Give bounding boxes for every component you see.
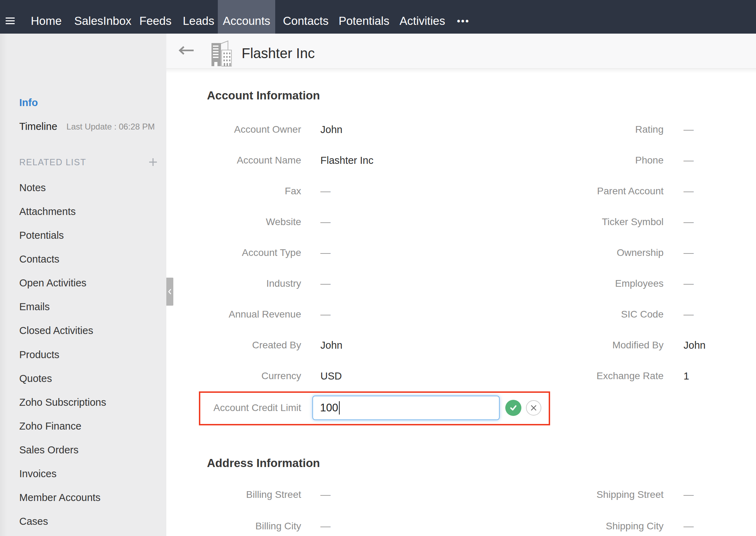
field-row: Currency USD Exchange Rate 1 — [0, 369, 756, 383]
field-row: Billing Street — Shipping Street — — [0, 488, 756, 502]
field-label: Phone — [559, 153, 664, 167]
back-arrow-icon[interactable] — [178, 46, 194, 55]
field-row: Website — Ticker Symbol — — [0, 215, 756, 229]
nav-item-accounts[interactable]: Accounts — [218, 0, 275, 34]
field-label: Parent Account — [559, 184, 664, 198]
field-label: Rating — [559, 123, 664, 137]
field-row: Account Type — Ownership — — [0, 246, 756, 260]
nav-item-activities[interactable]: Activities — [400, 0, 445, 34]
sidebar-item-zoho-subscriptions[interactable]: Zoho Subscriptions — [19, 395, 106, 409]
field-value[interactable]: 1 — [684, 369, 750, 383]
field-label: Fax — [196, 184, 301, 198]
field-label: Created By — [196, 338, 301, 352]
confirm-check-button[interactable] — [505, 400, 521, 416]
field-value[interactable]: — — [320, 184, 516, 198]
field-label: Currency — [196, 369, 301, 383]
field-value[interactable]: — — [684, 519, 750, 533]
field-value[interactable]: — — [320, 488, 516, 502]
field-value[interactable]: — — [684, 153, 750, 167]
nav-more-ellipsis-icon[interactable]: ••• — [457, 0, 470, 34]
account-credit-limit-input[interactable]: 100 — [312, 396, 500, 420]
account-building-icon — [209, 40, 234, 69]
field-row: Account Name Flashter Inc Phone — — [0, 153, 756, 167]
field-value[interactable]: USD — [320, 369, 516, 383]
field-label: Ownership — [559, 246, 664, 260]
section-title-address-information: Address Information — [207, 456, 320, 470]
top-navigation-bar: Home SalesInbox Feeds Leads Accounts Con… — [0, 0, 756, 34]
sidebar-item-potentials[interactable]: Potentials — [19, 228, 64, 242]
nav-item-feeds[interactable]: Feeds — [139, 0, 172, 34]
field-value[interactable]: — — [684, 307, 750, 321]
field-label: Exchange Rate — [559, 369, 664, 383]
field-value[interactable]: Flashter Inc — [320, 153, 516, 167]
field-label: Account Name — [196, 153, 301, 167]
sidebar-item-info[interactable]: Info — [19, 96, 38, 110]
section-title-account-information: Account Information — [207, 89, 320, 103]
nav-item-home[interactable]: Home — [31, 0, 62, 34]
field-label: Website — [196, 215, 301, 229]
sidebar-item-sales-orders[interactable]: Sales Orders — [19, 443, 78, 457]
field-value[interactable]: — — [320, 277, 516, 291]
field-value[interactable]: — — [684, 123, 750, 137]
sidebar-item-invoices[interactable]: Invoices — [19, 467, 56, 481]
field-label: Shipping City — [559, 519, 664, 533]
field-label: Shipping Street — [559, 488, 664, 502]
account-credit-limit-label: Account Credit Limit — [196, 401, 301, 415]
nav-item-leads[interactable]: Leads — [183, 0, 214, 34]
field-value[interactable]: — — [684, 184, 750, 198]
field-row: Annual Revenue — SIC Code — — [0, 307, 756, 321]
field-value[interactable]: — — [684, 246, 750, 260]
field-value[interactable]: John — [320, 123, 516, 137]
nav-item-salesinbox[interactable]: SalesInbox — [74, 0, 131, 34]
nav-item-contacts[interactable]: Contacts — [283, 0, 328, 34]
nav-item-potentials[interactable]: Potentials — [339, 0, 389, 34]
field-value[interactable]: — — [684, 277, 750, 291]
cancel-x-button[interactable] — [526, 400, 541, 416]
field-label: Billing City — [196, 519, 301, 533]
field-row: Fax — Parent Account — — [0, 184, 756, 198]
field-value[interactable]: — — [320, 519, 516, 533]
field-value[interactable]: — — [320, 215, 516, 229]
input-value: 100 — [320, 402, 338, 414]
field-label: SIC Code — [559, 307, 664, 321]
hamburger-menu-icon[interactable] — [6, 18, 15, 25]
page-title: Flashter Inc — [242, 46, 315, 61]
field-label: Employees — [559, 277, 664, 291]
field-value[interactable]: — — [684, 488, 750, 502]
field-value[interactable]: — — [320, 246, 516, 260]
field-value[interactable]: — — [684, 215, 750, 229]
field-label: Ticker Symbol — [559, 215, 664, 229]
field-row: Account Owner John Rating — — [0, 123, 756, 137]
field-label: Industry — [196, 277, 301, 291]
sidebar-item-closed-activities[interactable]: Closed Activities — [19, 323, 93, 337]
field-value[interactable]: John — [684, 338, 750, 352]
field-label: Annual Revenue — [196, 307, 301, 321]
field-row: Industry — Employees — — [0, 277, 756, 291]
field-value[interactable]: John — [320, 338, 516, 352]
sidebar-item-zoho-finance[interactable]: Zoho Finance — [19, 419, 81, 433]
field-label: Account Owner — [196, 123, 301, 137]
field-row: Billing City — Shipping City — — [0, 519, 756, 533]
field-label: Modified By — [559, 338, 664, 352]
text-caret — [339, 401, 340, 415]
field-value[interactable]: — — [320, 307, 516, 321]
field-row: Created By John Modified By John — [0, 338, 756, 352]
field-label: Billing Street — [196, 488, 301, 502]
field-label: Account Type — [196, 246, 301, 260]
